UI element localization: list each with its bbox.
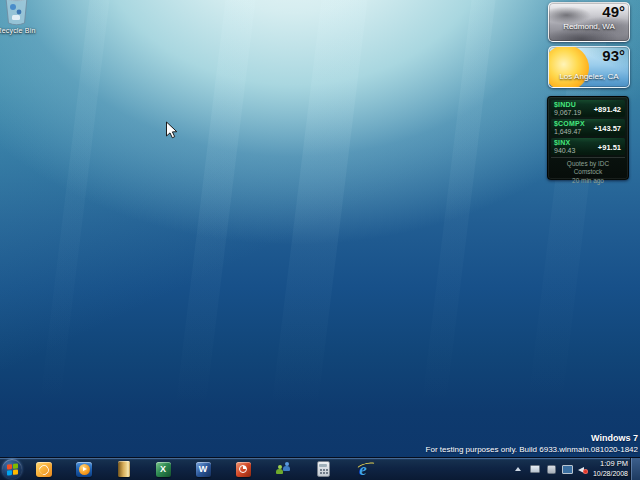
watermark-edition: Windows 7 (426, 433, 638, 444)
taskbar-clock[interactable]: 1:09 PM 10/28/2008 (593, 459, 628, 479)
stock-symbol: $COMPX (554, 120, 585, 127)
stock-value: 940.43 (554, 147, 575, 154)
windows-flag-icon (7, 463, 18, 475)
aurora-beam (167, 0, 256, 480)
excel-icon: X (156, 462, 171, 477)
volume-tray-icon[interactable] (577, 458, 589, 480)
stocks-gadget[interactable]: $INDU 9,067.19 +891.42 $COMPX 1,649.47 +… (547, 96, 629, 180)
taskbar-item-outlook[interactable] (33, 460, 55, 478)
show-hidden-icons-button[interactable] (512, 458, 524, 480)
wallpaper (0, 0, 640, 480)
taskbar-item-messenger[interactable] (272, 460, 294, 478)
build-watermark: Windows 7 For testing purposes only. Bui… (426, 433, 638, 455)
display-icon (562, 465, 573, 474)
taskbar-item-media-player[interactable] (73, 460, 95, 478)
temperature-value: 93° (602, 47, 625, 64)
stock-value: 9,067.19 (554, 109, 581, 116)
outlook-icon (36, 462, 52, 477)
watermark-build: For testing purposes only. Build 6933.wi… (426, 444, 638, 455)
clock-date: 10/28/2008 (593, 469, 628, 478)
volume-muted-icon (578, 465, 588, 474)
taskbar-item-book[interactable] (113, 460, 135, 478)
security-tray-icon[interactable] (545, 458, 557, 480)
desktop: Recycle Bin 49° Redmond, WA 93° Los Ange… (0, 0, 640, 480)
sun-icon (548, 46, 589, 88)
network-icon (530, 465, 540, 473)
show-desktop-button[interactable] (630, 458, 640, 480)
taskbar-item-calculator[interactable] (312, 460, 334, 478)
aurora-beam (263, 0, 368, 480)
start-orb (2, 459, 22, 479)
taskbar-item-excel[interactable]: X (152, 460, 174, 478)
internet-explorer-icon: e (359, 462, 367, 477)
stock-value: 1,649.47 (554, 128, 581, 135)
stock-symbol: $INX (554, 139, 570, 146)
recycle-bin-label: Recycle Bin (0, 27, 44, 34)
stock-updated: 20 min ago (554, 177, 622, 185)
powerpoint-icon (236, 462, 251, 477)
taskbar-item-internet-explorer[interactable]: e (352, 460, 374, 478)
taskbar-item-word[interactable]: W (192, 460, 214, 478)
weather-gadget-los-angeles[interactable]: 93° Los Angeles, CA (548, 46, 630, 88)
messenger-icon (275, 462, 291, 477)
security-icon (547, 465, 556, 474)
display-tray-icon[interactable] (561, 458, 573, 480)
stock-row[interactable]: $INX 940.43 +91.51 (551, 138, 625, 155)
weather-gadget-redmond[interactable]: 49° Redmond, WA (548, 2, 630, 42)
word-icon: W (196, 462, 211, 477)
media-player-icon (76, 462, 92, 477)
stock-row[interactable]: $INDU 9,067.19 +891.42 (551, 100, 625, 117)
temperature-value: 49° (602, 3, 625, 20)
clock-time: 1:09 PM (593, 459, 628, 469)
recycle-bin-glyph (3, 0, 30, 26)
mouse-cursor (165, 121, 178, 140)
stock-change: +143.57 (594, 124, 621, 133)
weather-location: Los Angeles, CA (549, 72, 629, 81)
aurora-beam (413, 0, 496, 480)
stock-change: +91.51 (598, 143, 621, 152)
stock-row[interactable]: $COMPX 1,649.47 +143.57 (551, 119, 625, 136)
stock-attribution: Quotes by IDC Comstock (554, 161, 622, 177)
network-tray-icon[interactable] (529, 458, 541, 480)
start-button[interactable] (1, 458, 23, 480)
stock-symbol: $INDU (554, 101, 576, 108)
stock-change: +891.42 (594, 105, 621, 114)
aurora-beam (31, 0, 110, 480)
book-icon (118, 461, 130, 477)
calculator-icon (317, 461, 330, 477)
weather-location: Redmond, WA (549, 22, 629, 31)
recycle-bin-icon[interactable]: Recycle Bin (0, 0, 44, 34)
chevron-up-icon (515, 467, 521, 471)
taskbar: X W e (0, 457, 640, 480)
taskbar-item-powerpoint[interactable] (232, 460, 254, 478)
stock-footer: Quotes by IDC Comstock 20 min ago (551, 157, 625, 186)
